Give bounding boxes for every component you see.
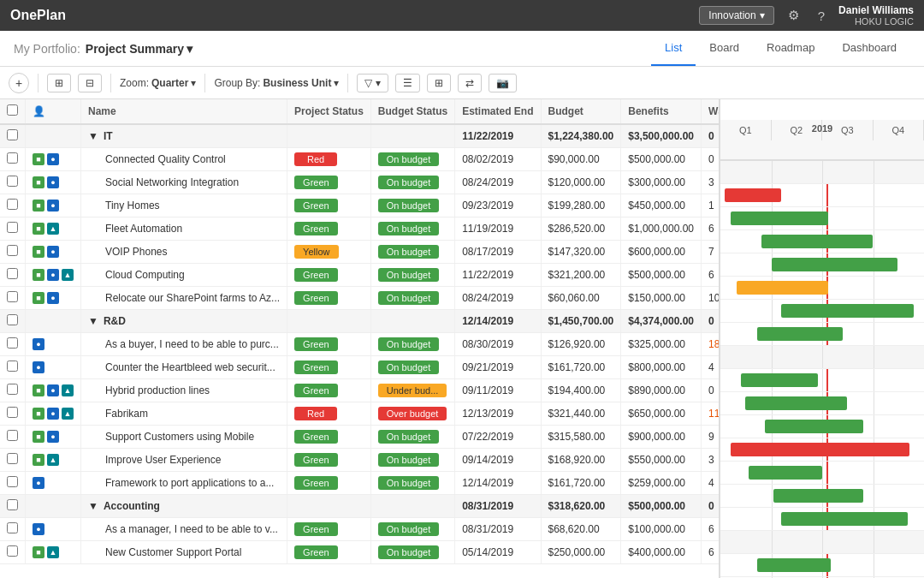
expand-button[interactable]: ⊞: [47, 74, 71, 92]
zoom-button[interactable]: Zoom: Quarter ▾: [120, 77, 196, 89]
collapse-button[interactable]: ⊟: [78, 74, 102, 92]
select-all-checkbox[interactable]: [7, 104, 18, 116]
gantt-bar[interactable]: [731, 443, 909, 456]
tab-list[interactable]: List: [651, 31, 696, 66]
group-checkbox-it[interactable]: [7, 129, 18, 140]
tab-dashboard[interactable]: Dashboard: [828, 31, 910, 66]
groupby-button[interactable]: Group By: Business Unit ▾: [214, 77, 339, 89]
innovation-dropdown[interactable]: Innovation ▾: [699, 6, 773, 25]
share-button[interactable]: ⇄: [458, 74, 482, 92]
columns-button[interactable]: ⊞: [427, 74, 451, 92]
row-icon-blue: ●: [47, 384, 59, 396]
person-icon: 👤: [33, 105, 45, 117]
row-checkbox[interactable]: [7, 268, 18, 279]
add-button[interactable]: +: [9, 73, 29, 93]
row-checkbox[interactable]: [7, 361, 18, 372]
toolbar-separator-1: [38, 74, 38, 92]
row-checkbox[interactable]: [7, 222, 18, 233]
gantt-bar[interactable]: [745, 396, 847, 410]
budget-status-badge: On budget: [378, 545, 439, 559]
row-budget-status: On budget: [370, 171, 454, 194]
list-view-button[interactable]: ☰: [395, 74, 420, 92]
view-name-dropdown[interactable]: Project Summary ▾: [86, 42, 192, 56]
group-budget-status: [370, 495, 454, 518]
gantt-bar[interactable]: [773, 489, 863, 503]
group-icon-cell: [26, 124, 81, 148]
row-budget: $321,440.00: [541, 402, 621, 426]
row-icon-teal: ▲: [47, 546, 59, 558]
group-name-cell: ▼ R&D: [81, 310, 287, 333]
project-status-badge: Green: [294, 453, 338, 467]
gantt-bar[interactable]: [772, 258, 898, 271]
row-benefits: $550,000.00: [621, 449, 702, 472]
row-budget-status: On budget: [370, 148, 454, 171]
col-project-status[interactable]: Project Status: [287, 99, 371, 124]
gantt-bar[interactable]: [731, 212, 828, 225]
row-icon-blue: ●: [47, 246, 59, 258]
row-checkbox[interactable]: [7, 476, 18, 487]
row-checkbox[interactable]: [7, 545, 18, 557]
row-checkbox[interactable]: [7, 152, 18, 164]
gantt-bar[interactable]: [741, 373, 818, 387]
group-collapse-icon[interactable]: ▼: [88, 130, 98, 142]
row-checkbox[interactable]: [7, 522, 18, 533]
row-icon-green: ■: [33, 546, 44, 558]
filter-button[interactable]: ▽ ▾: [357, 74, 388, 92]
row-budget: $168,920.00: [541, 449, 621, 472]
row-icon-cell: ●: [26, 333, 81, 356]
gantt-bar[interactable]: [725, 188, 782, 202]
row-icon-cell: ■▲: [26, 449, 81, 472]
row-icon-blue: ●: [47, 431, 59, 443]
help-button[interactable]: ?: [813, 7, 830, 25]
gantt-bar[interactable]: [749, 466, 822, 480]
gantt-bar[interactable]: [781, 304, 914, 318]
group-collapse-icon[interactable]: ▼: [88, 500, 98, 512]
row-project-status: Green: [287, 217, 371, 241]
row-checkbox[interactable]: [7, 291, 18, 302]
row-check-cell: [0, 333, 26, 356]
tab-roadmap[interactable]: Roadmap: [753, 31, 828, 66]
gantt-bar[interactable]: [781, 512, 908, 526]
gantt-bar[interactable]: [737, 281, 828, 295]
row-checkbox[interactable]: [7, 199, 18, 210]
gantt-group-row-rd: [720, 346, 924, 369]
row-checkbox[interactable]: [7, 384, 18, 395]
row-checkbox[interactable]: [7, 453, 18, 464]
row-estimated-end: 12/14/2019: [455, 472, 541, 495]
group-checkbox-accounting[interactable]: [7, 499, 18, 510]
row-check-cell: [0, 194, 26, 217]
row-budget-status: Under bud...: [370, 379, 454, 402]
col-wsjf[interactable]: WSJF: [702, 99, 719, 124]
row-budget: $286,520.00: [541, 217, 621, 241]
gantt-body: [720, 161, 924, 578]
gantt-bar[interactable]: [757, 327, 843, 341]
group-checkbox-rd[interactable]: [7, 314, 18, 325]
row-checkbox[interactable]: [7, 407, 18, 418]
col-estimated-end[interactable]: Estimated End: [455, 99, 541, 124]
row-project-status: Green: [287, 356, 371, 379]
row-icon-cell: ●: [26, 356, 81, 379]
group-label-text: R&D: [104, 315, 126, 327]
row-checkbox[interactable]: [7, 176, 18, 187]
zoom-label: Zoom:: [120, 77, 149, 89]
settings-button[interactable]: ⚙: [783, 6, 804, 25]
budget-status-badge: On budget: [378, 361, 439, 374]
row-checkbox[interactable]: [7, 245, 18, 256]
row-icon-green: ■: [33, 246, 44, 258]
group-collapse-icon[interactable]: ▼: [88, 315, 98, 327]
gantt-bar[interactable]: [757, 558, 831, 572]
col-name[interactable]: Name: [81, 99, 287, 124]
col-budget-status[interactable]: Budget Status: [370, 99, 454, 124]
col-budget[interactable]: Budget: [541, 99, 621, 124]
col-benefits[interactable]: Benefits: [621, 99, 702, 124]
gantt-bar[interactable]: [761, 235, 874, 248]
row-budget-status: On budget: [370, 426, 454, 449]
gantt-bar[interactable]: [765, 420, 862, 433]
row-checkbox[interactable]: [7, 337, 18, 349]
tab-board[interactable]: Board: [696, 31, 753, 66]
toolbar-separator-4: [347, 74, 348, 92]
row-checkbox[interactable]: [7, 430, 18, 441]
row-wsjf: 9: [702, 426, 719, 449]
camera-button[interactable]: 📷: [489, 74, 517, 92]
row-check-cell: [0, 426, 26, 449]
